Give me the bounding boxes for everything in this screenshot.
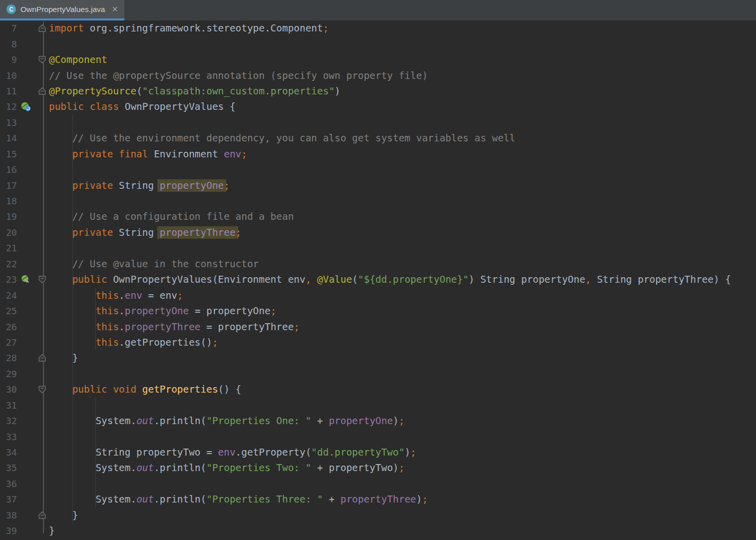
code-line[interactable]: 23 public OwnPropertyValues(Environment … xyxy=(0,272,756,287)
line-number[interactable]: 8 xyxy=(0,39,17,49)
code-text: public OwnPropertyValues(Environment env… xyxy=(49,274,731,285)
code-text: // Use @value in the constructor xyxy=(49,258,259,270)
line-number[interactable]: 23 xyxy=(0,274,17,285)
line-number[interactable]: 34 xyxy=(0,447,17,458)
code-line[interactable]: 18 xyxy=(0,193,756,209)
line-number[interactable]: 25 xyxy=(0,306,17,316)
code-text: this.env = env; xyxy=(49,290,183,301)
line-number[interactable]: 31 xyxy=(0,400,17,411)
line-number[interactable]: 30 xyxy=(0,384,17,395)
fold-marker-icon[interactable] xyxy=(35,24,49,32)
code-line[interactable]: 27 this.getProperties(); xyxy=(0,335,756,350)
code-text: private String propertyOne; xyxy=(49,180,230,191)
code-text: private String propertyThree; xyxy=(49,227,241,238)
close-icon[interactable]: ✕ xyxy=(111,5,118,13)
code-line[interactable]: 39} xyxy=(0,523,756,539)
fold-marker-icon[interactable] xyxy=(35,354,49,362)
code-line[interactable]: 26 this.propertyThree = propertyThree; xyxy=(0,319,756,334)
code-line[interactable]: 14 // Use the environment dependency, yo… xyxy=(0,130,756,146)
code-text: this.propertyOne = propertyOne; xyxy=(49,305,276,317)
code-line[interactable]: 11@PropertySource("classpath:own_custom.… xyxy=(0,83,756,99)
line-number[interactable]: 38 xyxy=(0,510,17,521)
line-number[interactable]: 15 xyxy=(0,149,17,159)
code-line[interactable]: 38 } xyxy=(0,508,756,523)
code-line[interactable]: 33 xyxy=(0,429,756,444)
code-line[interactable]: 30 public void getProperties() { xyxy=(0,382,756,397)
code-line[interactable]: 31 xyxy=(0,398,756,413)
line-number[interactable]: 26 xyxy=(0,322,17,332)
code-text: private final Environment env; xyxy=(49,148,247,160)
code-line[interactable]: 17 private String propertyOne; xyxy=(0,177,756,193)
line-number[interactable]: 36 xyxy=(0,479,17,489)
code-text: // Use a configuration file and a bean xyxy=(49,211,294,222)
fold-marker-icon[interactable] xyxy=(35,385,49,394)
code-text: String propertyTwo = env.getProperty("dd… xyxy=(49,447,416,458)
code-line[interactable]: 12public class OwnPropertyValues { xyxy=(0,99,756,114)
java-class-icon: C xyxy=(6,4,16,14)
code-line[interactable]: 28 } xyxy=(0,350,756,366)
line-number[interactable]: 17 xyxy=(0,180,17,191)
code-text: } xyxy=(49,352,78,364)
code-text: @PropertySource("classpath:own_custom.pr… xyxy=(49,85,341,97)
tab-title: OwnPropertyValues.java xyxy=(20,5,105,14)
code-text: } xyxy=(49,510,78,521)
line-number[interactable]: 19 xyxy=(0,211,17,222)
line-number[interactable]: 33 xyxy=(0,432,17,442)
code-line[interactable]: 20 private String propertyThree; xyxy=(0,225,756,240)
line-number[interactable]: 32 xyxy=(0,416,17,426)
highlighted-identifier: propertyOne xyxy=(157,179,226,192)
line-number[interactable]: 35 xyxy=(0,463,17,473)
code-text: public void getProperties() { xyxy=(49,384,241,395)
code-line[interactable]: 29 xyxy=(0,366,756,382)
code-line[interactable]: 37 System.out.println("Properties Three:… xyxy=(0,492,756,507)
code-line[interactable]: 9@Component xyxy=(0,52,756,67)
line-number[interactable]: 13 xyxy=(0,117,17,128)
fold-marker-icon[interactable] xyxy=(35,55,49,64)
line-number[interactable]: 21 xyxy=(0,243,17,253)
code-text: this.propertyThree = propertyThree; xyxy=(49,321,300,333)
code-line[interactable]: 32 System.out.println("Properties One: "… xyxy=(0,413,756,429)
line-number[interactable]: 18 xyxy=(0,196,17,206)
code-text: this.getProperties(); xyxy=(49,337,218,348)
code-line[interactable]: 15 private final Environment env; xyxy=(0,146,756,162)
code-line[interactable]: 22 // Use @value in the constructor xyxy=(0,256,756,272)
code-line[interactable]: 7import org.springframework.stereotype.C… xyxy=(0,20,756,36)
code-line[interactable]: 25 this.propertyOne = propertyOne; xyxy=(0,303,756,319)
line-number[interactable]: 20 xyxy=(0,227,17,238)
line-number[interactable]: 24 xyxy=(0,290,17,301)
code-line[interactable]: 24 this.env = env; xyxy=(0,287,756,303)
code-line[interactable]: 10// Use the @propertySource annotation … xyxy=(0,67,756,83)
code-editor[interactable]: 7import org.springframework.stereotype.C… xyxy=(0,20,756,540)
code-text: } xyxy=(49,525,55,537)
line-number[interactable]: 12 xyxy=(0,101,17,112)
line-number[interactable]: 29 xyxy=(0,369,17,379)
line-number[interactable]: 10 xyxy=(0,70,17,81)
spring-bean-icon[interactable] xyxy=(17,102,35,112)
code-text: // Use the environment dependency, you c… xyxy=(49,132,515,144)
line-number[interactable]: 9 xyxy=(0,54,17,65)
code-line[interactable]: 36 xyxy=(0,476,756,492)
line-number[interactable]: 14 xyxy=(0,133,17,143)
tab-own-property-values[interactable]: C OwnPropertyValues.java ✕ xyxy=(0,0,124,20)
line-number[interactable]: 27 xyxy=(0,337,17,348)
line-number[interactable]: 37 xyxy=(0,494,17,505)
code-line[interactable]: 21 xyxy=(0,240,756,256)
line-number[interactable]: 7 xyxy=(0,23,17,33)
line-number[interactable]: 11 xyxy=(0,86,17,96)
line-number[interactable]: 22 xyxy=(0,259,17,269)
code-line[interactable]: 35 System.out.println("Properties Two: "… xyxy=(0,460,756,476)
code-line[interactable]: 13 xyxy=(0,115,756,130)
line-number[interactable]: 16 xyxy=(0,164,17,175)
fold-marker-icon[interactable] xyxy=(35,87,49,95)
line-number[interactable]: 39 xyxy=(0,526,17,536)
code-line[interactable]: 34 String propertyTwo = env.getProperty(… xyxy=(0,445,756,460)
code-text: public class OwnPropertyValues { xyxy=(49,101,236,112)
fold-marker-icon[interactable] xyxy=(35,275,49,284)
code-line[interactable]: 16 xyxy=(0,162,756,177)
highlighted-identifier: propertyThree xyxy=(157,226,238,239)
code-line[interactable]: 8 xyxy=(0,36,756,51)
spring-bean-arrow-icon[interactable] xyxy=(17,275,35,285)
line-number[interactable]: 28 xyxy=(0,353,17,363)
code-line[interactable]: 19 // Use a configuration file and a bea… xyxy=(0,209,756,224)
fold-marker-icon[interactable] xyxy=(35,511,49,520)
